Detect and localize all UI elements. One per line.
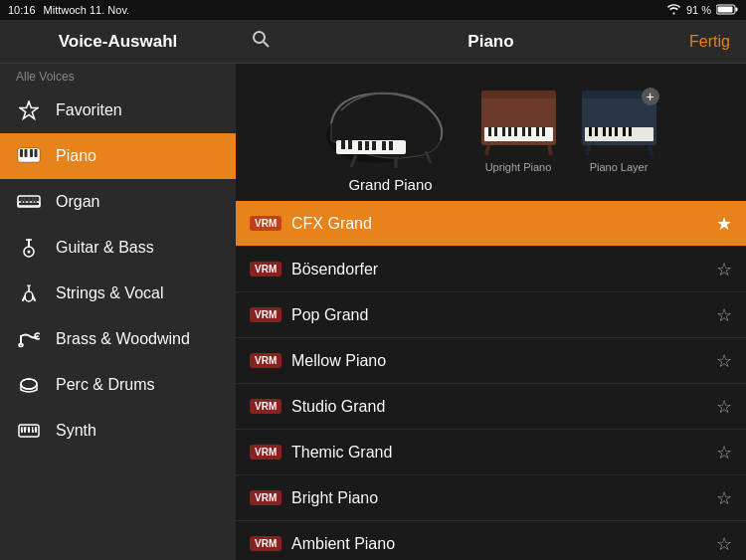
piano-thumbnails: Grand Piano xyxy=(256,76,726,193)
item-name: Ambient Piano xyxy=(291,535,706,553)
content-header: Piano Fertig xyxy=(236,20,746,64)
favorite-star-button[interactable]: ☆ xyxy=(716,442,732,464)
favorite-star-button[interactable]: ☆ xyxy=(716,396,732,418)
list-item[interactable]: VRM Bright Piano ☆ xyxy=(236,475,746,521)
upright-piano-svg xyxy=(476,86,561,157)
organ-label: Organ xyxy=(56,193,99,211)
sidebar-item-favoriten[interactable]: Favoriten xyxy=(0,88,236,133)
list-item[interactable]: VRM Mellow Piano ☆ xyxy=(236,338,746,384)
guitar-icon xyxy=(16,235,42,261)
favorite-star-button[interactable]: ☆ xyxy=(716,533,732,555)
star-icon xyxy=(16,97,42,123)
svg-rect-6 xyxy=(25,149,28,157)
guitar-label: Guitar & Bass xyxy=(56,239,154,257)
svg-rect-48 xyxy=(358,141,362,150)
sidebar-item-strings[interactable]: Strings & Vocal xyxy=(0,271,236,316)
vrm-badge: VRM xyxy=(250,490,281,505)
vrm-badge: VRM xyxy=(250,216,281,231)
status-bar: 10:16 Mittwoch 11. Nov. 91 % xyxy=(0,0,746,20)
svg-rect-33 xyxy=(28,427,30,433)
svg-rect-8 xyxy=(35,149,38,157)
piano-label: Piano xyxy=(56,147,96,165)
item-name: Studio Grand xyxy=(291,398,706,416)
svg-line-77 xyxy=(587,145,589,155)
upright-piano-label: Upright Piano xyxy=(485,161,552,173)
grand-piano-svg xyxy=(321,76,461,170)
favorite-star-button[interactable]: ☆ xyxy=(716,350,732,372)
svg-rect-14 xyxy=(32,197,34,203)
list-item[interactable]: VRM Studio Grand ☆ xyxy=(236,384,746,430)
svg-rect-72 xyxy=(603,127,606,136)
list-item[interactable]: VRM Bösendorfer ☆ xyxy=(236,247,746,292)
sidebar-item-organ[interactable]: Organ xyxy=(0,179,236,225)
favorite-star-button[interactable]: ☆ xyxy=(716,304,732,326)
svg-rect-49 xyxy=(365,141,369,150)
favorite-star-button[interactable]: ★ xyxy=(716,213,732,235)
svg-rect-58 xyxy=(502,127,505,136)
favorite-star-button[interactable]: ☆ xyxy=(716,259,732,280)
sidebar-item-guitar[interactable]: Guitar & Bass xyxy=(0,225,236,271)
list-item[interactable]: VRM Pop Grand ☆ xyxy=(236,292,746,338)
item-name: CFX Grand xyxy=(291,215,706,233)
grand-piano-label: Grand Piano xyxy=(348,176,432,193)
content-title: Piano xyxy=(467,32,513,52)
svg-rect-64 xyxy=(542,127,545,136)
svg-rect-59 xyxy=(508,127,511,136)
sidebar-item-perc[interactable]: Perc & Drums xyxy=(0,362,236,408)
grand-piano-thumb[interactable]: Grand Piano xyxy=(321,76,461,193)
svg-line-65 xyxy=(486,145,488,155)
svg-rect-56 xyxy=(488,127,491,136)
list-item[interactable]: VRM Themic Grand ☆ xyxy=(236,430,746,475)
battery-icon xyxy=(716,4,738,17)
sidebar-title: Voice-Auswahl xyxy=(0,20,236,64)
done-button[interactable]: Fertig xyxy=(689,33,730,51)
svg-rect-63 xyxy=(536,127,539,136)
favorite-star-button[interactable]: ☆ xyxy=(716,487,732,509)
svg-line-78 xyxy=(650,145,652,155)
svg-rect-11 xyxy=(21,197,23,203)
svg-rect-37 xyxy=(26,427,28,431)
piano-layer-plus[interactable]: + xyxy=(642,88,659,105)
vrm-badge: VRM xyxy=(250,536,281,551)
list-item[interactable]: VRM CFX Grand ★ xyxy=(236,201,746,247)
status-date: Mittwoch 11. Nov. xyxy=(44,4,130,16)
piano-layer-thumb[interactable]: + Piano Layer xyxy=(577,86,661,173)
search-icon[interactable] xyxy=(252,30,270,53)
upright-piano-thumb[interactable]: Upright Piano xyxy=(476,86,561,173)
list-item[interactable]: VRM Ambient Piano ☆ xyxy=(236,521,746,560)
organ-icon xyxy=(16,189,42,215)
sidebar-item-brass[interactable]: Brass & Woodwind xyxy=(0,316,236,362)
favoriten-label: Favoriten xyxy=(56,101,122,119)
svg-rect-50 xyxy=(372,141,376,150)
svg-rect-60 xyxy=(514,127,517,136)
synth-label: Synth xyxy=(56,422,96,440)
svg-rect-74 xyxy=(615,127,618,136)
svg-rect-1 xyxy=(736,7,738,11)
svg-line-23 xyxy=(23,296,25,300)
svg-rect-71 xyxy=(595,127,598,136)
strings-label: Strings & Vocal xyxy=(56,284,164,302)
svg-rect-13 xyxy=(28,197,30,203)
sidebar-item-piano[interactable]: Piano xyxy=(0,133,236,179)
svg-rect-45 xyxy=(336,140,406,154)
svg-rect-76 xyxy=(629,127,632,136)
svg-rect-46 xyxy=(341,140,345,149)
svg-rect-35 xyxy=(35,427,37,433)
status-time: 10:16 xyxy=(8,4,36,16)
vrm-badge: VRM xyxy=(250,307,281,322)
svg-rect-36 xyxy=(23,427,25,431)
svg-rect-73 xyxy=(609,127,612,136)
brass-icon xyxy=(16,326,42,352)
section-label: Alle Voices xyxy=(0,64,236,88)
svg-rect-32 xyxy=(24,427,26,433)
item-name: Mellow Piano xyxy=(291,352,706,370)
vrm-badge: VRM xyxy=(250,445,281,460)
svg-rect-5 xyxy=(20,149,23,157)
sidebar-item-synth[interactable]: Synth xyxy=(0,408,236,454)
svg-rect-12 xyxy=(24,197,26,203)
svg-rect-62 xyxy=(528,127,531,136)
svg-rect-2 xyxy=(718,6,733,12)
svg-point-29 xyxy=(21,379,37,389)
strings-icon xyxy=(16,280,42,306)
svg-rect-52 xyxy=(389,141,393,150)
